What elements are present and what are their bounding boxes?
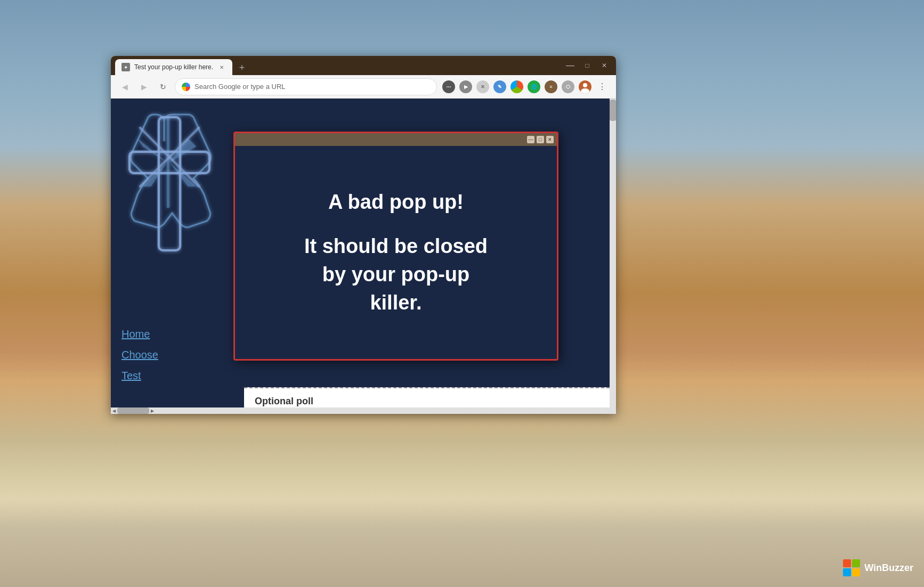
scrollbar-thumb[interactable] <box>610 100 616 121</box>
popup-minimize-button[interactable]: — <box>527 136 534 143</box>
tab-title: Test your pop-up killer here. <box>134 63 213 71</box>
back-button[interactable]: ◀ <box>117 79 132 94</box>
stack-icon[interactable]: ≡ <box>544 79 558 94</box>
active-tab[interactable]: ✦ Test your pop-up killer here. ✕ <box>115 59 232 75</box>
url-input[interactable]: Search Google or type a URL <box>175 78 437 95</box>
toolbar-icons: ··· ▶ ✕ ✎ 🌐 ≡ <box>441 79 610 94</box>
site-sidebar: Home Choose Test <box>111 99 244 414</box>
tab-area: ✦ Test your pop-up killer here. ✕ + <box>115 56 561 75</box>
nav-link-home[interactable]: Home <box>121 328 158 340</box>
nav-link-choose[interactable]: Choose <box>121 349 158 361</box>
browser-window: ✦ Test your pop-up killer here. ✕ + — □ … <box>111 56 616 414</box>
minimize-button[interactable]: — <box>563 58 578 73</box>
pen-icon[interactable]: ✎ <box>492 79 507 94</box>
winbuzzer-logo: WinBuzzer <box>843 559 913 576</box>
scroll-right-arrow[interactable]: ▶ <box>149 407 156 414</box>
nav-link-test[interactable]: Test <box>121 370 158 382</box>
winbuzzer-label: WinBuzzer <box>864 562 913 574</box>
scroll-left-arrow[interactable]: ◀ <box>111 407 117 414</box>
winbuzzer-cell-blue <box>843 568 851 576</box>
horizontal-scrollbar[interactable]: ◀ ▶ <box>111 407 610 414</box>
site-logo <box>121 109 228 258</box>
close-button[interactable]: ✕ <box>597 58 612 73</box>
globe-icon[interactable]: 🌐 <box>526 79 541 94</box>
profile-icon[interactable] <box>578 79 593 94</box>
nav-links: Home Choose Test <box>121 328 158 382</box>
menu-icon[interactable]: ⋮ <box>595 79 610 94</box>
address-text: Search Google or type a URL <box>194 83 286 91</box>
poll-label: Optional poll <box>255 396 313 407</box>
address-bar: ◀ ▶ ↻ Search Google or type a URL ··· ▶ … <box>111 75 616 99</box>
popup-close-button[interactable]: ✕ <box>546 136 554 143</box>
pie-chart-icon[interactable] <box>509 79 524 94</box>
tab-favicon: ✦ <box>121 63 130 71</box>
winbuzzer-grid-icon <box>843 559 860 576</box>
google-icon <box>182 83 190 91</box>
browser-content: Home Choose Test t er r pop- test » Opti… <box>111 99 616 414</box>
forward-button[interactable]: ▶ <box>136 79 151 94</box>
svg-point-1 <box>581 88 589 93</box>
extensions-icon[interactable]: ⬡ <box>561 79 576 94</box>
vertical-scrollbar[interactable] <box>610 99 616 414</box>
chromium-icon[interactable]: ✕ <box>475 79 490 94</box>
svg-point-0 <box>583 83 587 87</box>
popup-titlebar: — □ ✕ <box>235 133 557 146</box>
title-bar: ✦ Test your pop-up killer here. ✕ + — □ … <box>111 56 616 75</box>
h-scrollbar-thumb[interactable] <box>117 407 149 414</box>
winbuzzer-cell-green <box>852 559 860 567</box>
tab-close-button[interactable]: ✕ <box>217 63 226 71</box>
popup-line2: It should be closed by your pop-up kille… <box>304 232 488 317</box>
popup-maximize-button[interactable]: □ <box>537 136 544 143</box>
media-icon[interactable]: ▶ <box>458 79 473 94</box>
popup-dialog[interactable]: — □ ✕ A bad pop up! It should be closed … <box>233 132 558 361</box>
popup-line1: A bad pop up! <box>304 188 488 216</box>
more-options-icon[interactable]: ··· <box>441 79 456 94</box>
winbuzzer-cell-red <box>843 559 851 567</box>
new-tab-button[interactable]: + <box>234 60 249 75</box>
maximize-button[interactable]: □ <box>580 58 595 73</box>
winbuzzer-cell-yellow <box>852 568 860 576</box>
window-controls: — □ ✕ <box>563 58 612 73</box>
popup-message: A bad pop up! It should be closed by you… <box>304 188 488 317</box>
reload-button[interactable]: ↻ <box>156 79 171 94</box>
popup-content: A bad pop up! It should be closed by you… <box>235 146 557 359</box>
